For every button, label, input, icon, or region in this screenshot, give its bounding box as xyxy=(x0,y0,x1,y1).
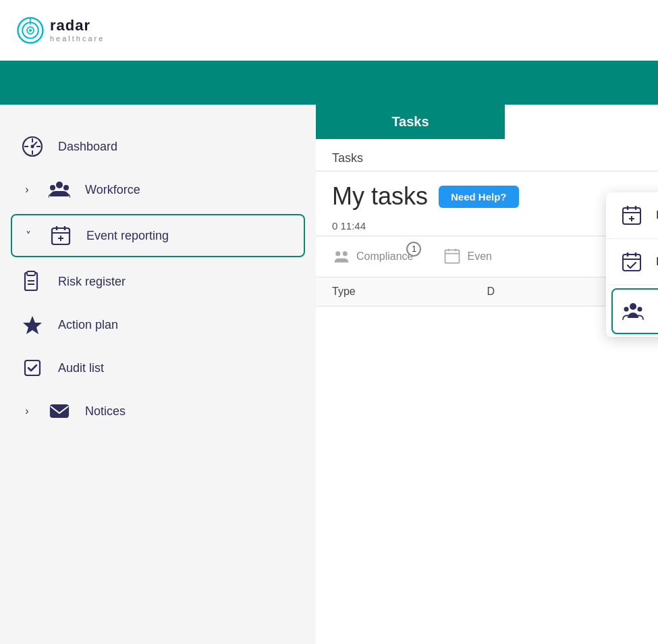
compliance-badge: 1 xyxy=(406,242,421,257)
event-reporting-label: Event reporting xyxy=(86,229,169,243)
content-panel: Tasks Tasks My tasks Need Help? 0 11:44 … xyxy=(316,105,658,644)
logo-radar-label: radar xyxy=(50,18,105,34)
dropdown-menu: Report new event Recorded events xyxy=(606,192,658,337)
logo-icon xyxy=(16,16,45,45)
action-plan-label: Action plan xyxy=(58,318,118,332)
notices-label: Notices xyxy=(85,404,126,419)
sidebar-item-action-plan[interactable]: Action plan xyxy=(0,303,316,346)
my-tasks-title: My tasks xyxy=(332,182,428,211)
svg-rect-22 xyxy=(27,271,35,275)
tasks-subheader: Tasks xyxy=(316,139,658,171)
compliance-icon xyxy=(332,247,351,266)
audit-list-label: Audit list xyxy=(58,361,104,375)
svg-rect-27 xyxy=(51,405,68,417)
events-label: Even xyxy=(467,250,491,263)
persons-icon xyxy=(621,299,645,323)
notices-chevron-icon: › xyxy=(20,405,34,417)
teal-banner xyxy=(0,61,658,105)
svg-point-44 xyxy=(630,303,636,310)
svg-point-45 xyxy=(624,307,629,312)
svg-point-14 xyxy=(63,185,69,190)
tasks-tab-row: Tasks xyxy=(316,105,658,139)
action-plan-icon xyxy=(20,313,45,337)
event-reporting-chevron-icon: ˅ xyxy=(22,230,35,242)
table-col-type: Type xyxy=(332,286,487,298)
top-bar: radar healthcare xyxy=(0,0,658,61)
event-reporting-icon xyxy=(49,223,73,248)
calendar-add-icon xyxy=(620,203,644,227)
logo-healthcare-label: healthcare xyxy=(50,34,105,43)
svg-point-4 xyxy=(29,28,32,31)
dashboard-icon xyxy=(20,134,45,159)
risk-register-label: Risk register xyxy=(58,275,126,289)
svg-marker-25 xyxy=(23,316,42,334)
sidebar-item-risk-register[interactable]: Risk register xyxy=(0,260,316,303)
svg-rect-26 xyxy=(25,360,40,375)
audit-list-icon xyxy=(20,356,45,380)
sidebar-item-audit-list[interactable]: Audit list xyxy=(0,346,316,390)
svg-line-11 xyxy=(32,142,37,146)
dashboard-label: Dashboard xyxy=(58,140,117,154)
calendar-check-icon xyxy=(620,250,644,274)
compliance-label: Compliance xyxy=(356,250,413,263)
sidebar-item-workforce[interactable]: › Workforce xyxy=(0,168,316,211)
logo-area: radar healthcare xyxy=(16,16,105,45)
dropdown-item-persons-involved[interactable]: Persons involved xyxy=(611,288,658,334)
tasks-tab[interactable]: Tasks xyxy=(316,105,505,139)
sidebar-item-notices[interactable]: › Notices xyxy=(0,390,316,433)
main-layout: Dashboard › Workforce ˅ xyxy=(0,105,658,644)
svg-point-28 xyxy=(335,251,340,256)
dropdown-item-recorded-events[interactable]: Recorded events xyxy=(606,239,658,286)
events-icon xyxy=(443,247,462,266)
svg-rect-30 xyxy=(445,250,460,263)
compliance-tab[interactable]: Compliance 1 xyxy=(332,247,413,266)
workforce-chevron-icon: › xyxy=(20,184,34,196)
svg-point-12 xyxy=(56,182,63,188)
workforce-label: Workforce xyxy=(85,183,140,197)
need-help-button[interactable]: Need Help? xyxy=(439,186,519,208)
svg-point-46 xyxy=(638,307,642,312)
notices-icon xyxy=(47,399,72,423)
svg-point-29 xyxy=(343,251,348,256)
workforce-icon xyxy=(47,178,72,202)
events-tab[interactable]: Even xyxy=(443,247,491,266)
dropdown-item-report-new-event[interactable]: Report new event xyxy=(606,192,658,239)
sidebar: Dashboard › Workforce ˅ xyxy=(0,105,316,644)
sidebar-item-dashboard[interactable]: Dashboard xyxy=(0,125,316,168)
svg-point-13 xyxy=(50,185,55,190)
logo-text: radar healthcare xyxy=(50,18,105,42)
sidebar-item-event-reporting[interactable]: ˅ Event reporting xyxy=(11,214,305,257)
svg-rect-40 xyxy=(623,254,640,271)
risk-register-icon xyxy=(20,269,45,294)
